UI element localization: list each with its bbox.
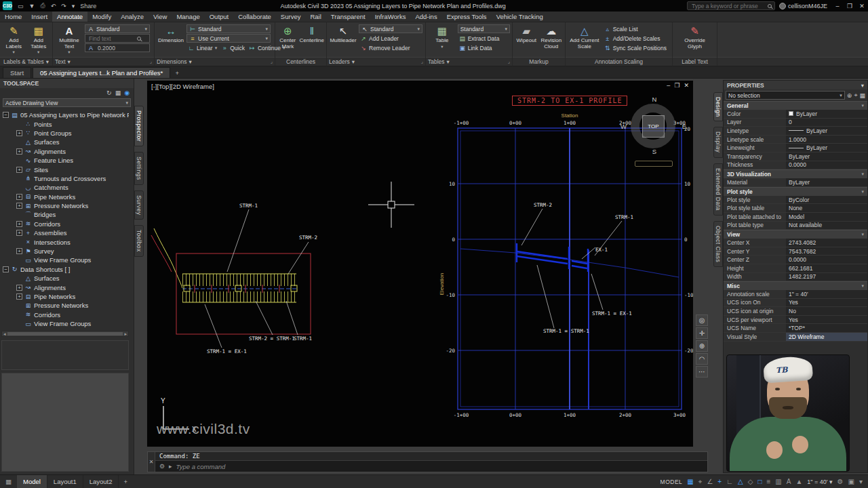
panel-label[interactable]: Leaders▾⌟ [327, 57, 425, 66]
tree-item-view-frame-groups[interactable]: ▭View Frame Groups [0, 256, 129, 264]
ribbon-tab-analyze[interactable]: Analyze [116, 12, 149, 22]
ribbon-tab-insert[interactable]: Insert [26, 12, 52, 22]
add-labels-button[interactable]: ✎ Add Labels▾ [2, 24, 26, 56]
add-delete-scales-button[interactable]: ±Add/Delete Scales [603, 34, 670, 43]
command-line-palette[interactable]: ✕ Command: ZE ⚙ ▸ Type a command [147, 451, 708, 472]
text-height-field[interactable]: A [85, 43, 150, 52]
property-row-plot-style-table[interactable]: Plot style tableNone [724, 204, 867, 213]
property-row-material[interactable]: MaterialByLayer [724, 178, 867, 187]
center-mark-button[interactable]: ⊕ Center Mark [277, 24, 298, 49]
properties-tab-display[interactable]: Display [713, 127, 723, 157]
expand-toggle-icon[interactable]: + [16, 148, 22, 155]
property-row-height[interactable]: Height662.1681 [724, 264, 867, 273]
add-current-scale-button[interactable]: △ Add Current Scale [568, 24, 601, 49]
scrollbar-thumb[interactable] [7, 332, 123, 336]
extract-data-button[interactable]: ▤Extract Data [458, 34, 510, 43]
expand-toggle-icon[interactable]: + [16, 167, 22, 173]
tree-item-view-frame-groups[interactable]: ▭View Frame Groups [0, 319, 129, 328]
property-row-width[interactable]: Width1482.2197 [724, 273, 867, 282]
file-tab-05-assigning[interactable]: 05 Assigning Layers t...k Plan and Profi… [33, 67, 170, 78]
tree-item-points[interactable]: ∴Points [0, 119, 129, 128]
tree-item-pressure-networks[interactable]: ⊞Pressure Networks [0, 301, 129, 310]
dim-style-dropdown[interactable]: ⊢Standard▾ [186, 24, 271, 33]
clean-screen-icon[interactable]: ▣ [848, 478, 854, 485]
drawing-viewport[interactable]: [-][Top][2D Wireframe] – ❐ ✕ STRM-2 TO E… [146, 80, 694, 447]
property-row-ucs-per-viewport[interactable]: UCS per viewportYes [724, 316, 867, 325]
new-file-icon[interactable]: ▭ [15, 3, 26, 9]
multileader-button[interactable]: ↖ Multileader [329, 24, 357, 44]
ribbon-tab-survey[interactable]: Survey [276, 12, 306, 22]
viewcube-menu[interactable] [635, 161, 673, 167]
infer-icon[interactable]: ∠ [707, 478, 713, 486]
property-row-ucs-icon-on[interactable]: UCS icon OnYes [724, 299, 867, 308]
navbar-more-icon[interactable]: ⋯ [696, 366, 708, 378]
properties-tab-object-class[interactable]: Object Class [713, 221, 723, 267]
property-row-lineweight[interactable]: LineweightByLayer [724, 144, 867, 152]
quick-access-caret-icon[interactable]: ▾ [69, 3, 78, 9]
isodraft-icon[interactable]: ◇ [748, 478, 753, 486]
undo-icon[interactable]: ↶ [48, 3, 59, 9]
viewcube-west[interactable]: W [620, 123, 627, 130]
ortho-icon[interactable]: ∟ [726, 478, 733, 486]
search-icon[interactable] [768, 4, 772, 8]
override-glyph-button[interactable]: ✎ Override Glyph [677, 24, 713, 49]
wipeout-button[interactable]: ▰ Wipeout [515, 24, 538, 44]
dialog-launcher-icon[interactable]: ⌟ [271, 59, 273, 64]
layout-tab-layout2[interactable]: Layout2 [83, 475, 119, 488]
property-row-ucs-icon-at-origin[interactable]: UCS icon at originNo [724, 307, 867, 316]
gear-icon[interactable]: ⚙ [837, 478, 844, 485]
viewport-controls[interactable]: [-][Top][2D Wireframe] [151, 83, 214, 90]
tree-item-survey[interactable]: +⚑Survey [0, 247, 129, 256]
section-header-general[interactable]: General▾ [724, 101, 867, 110]
text-style-dropdown[interactable]: AStandard▾ [85, 24, 150, 33]
find-text-input[interactable] [87, 35, 135, 43]
grid-icon[interactable]: ▦ [687, 478, 693, 486]
panorama-icon[interactable]: ▦ [115, 89, 121, 96]
expand-toggle-icon[interactable]: + [16, 248, 22, 254]
ribbon-tab-vehicle-tracking[interactable]: Vehicle Tracking [492, 12, 548, 22]
sync-scale-positions-button[interactable]: ⇅Sync Scale Positions [603, 43, 670, 52]
tree-item-intersections[interactable]: ×Intersections [0, 237, 129, 246]
ribbon-tab-transparent[interactable]: Transparent [326, 12, 370, 22]
property-row-plot-style[interactable]: Plot styleByColor [724, 196, 867, 205]
tree-item-pipe-networks[interactable]: +⊟Pipe Networks [0, 292, 129, 301]
help-icon[interactable]: ◉ [124, 89, 130, 96]
command-input[interactable]: ⚙ ▸ Type a command [155, 461, 707, 472]
pan-icon[interactable]: ✛ [696, 327, 708, 339]
viewport-restore-icon[interactable]: ❐ [674, 82, 679, 89]
ribbon-tab-view[interactable]: View [149, 12, 172, 22]
dialog-launcher-icon[interactable]: ⌟ [421, 59, 423, 64]
expand-toggle-icon[interactable]: + [16, 285, 22, 291]
tree-item-corridors[interactable]: +≋Corridors [0, 220, 129, 228]
auto-scale-icon[interactable]: ▲ [795, 478, 802, 486]
app-logo-icon[interactable]: C3D [3, 1, 12, 10]
ribbon-tab-add-ins[interactable]: Add-ins [410, 12, 441, 22]
tree-item-feature-lines[interactable]: ∿Feature Lines [0, 156, 129, 165]
tree-item-surfaces[interactable]: △Surfaces [0, 138, 129, 146]
save-icon[interactable]: ▼ [26, 3, 38, 9]
text-height-input[interactable] [96, 44, 144, 52]
ribbon-tab-collaborate[interactable]: Collaborate [233, 12, 276, 22]
toolspace-tab-prospector[interactable]: Prospector [134, 106, 144, 146]
annotation-visibility-icon[interactable]: A [787, 478, 791, 486]
ribbon-tab-rail[interactable]: Rail [305, 12, 326, 22]
property-row-linetype[interactable]: LinetypeByLayer [724, 127, 867, 136]
ribbon-tab-annotate[interactable]: Annotate [52, 12, 87, 22]
annotation-scale-button[interactable]: 1" = 40' ▾ [807, 479, 832, 485]
property-row-linetype-scale[interactable]: Linetype scale1.0000 [724, 136, 867, 144]
tree-item-turnouts-and-crossovers[interactable]: ⋔Turnouts and Crossovers [0, 174, 129, 183]
properties-tab-extended-data[interactable]: Extended Data [713, 163, 723, 216]
share-button[interactable]: Share [77, 3, 99, 9]
property-row-thickness[interactable]: Thickness0.0000 [724, 161, 867, 170]
scroll-left-icon[interactable]: ◂ [3, 331, 6, 337]
multiline-text-button[interactable]: A Multiline Text▾ [55, 24, 83, 56]
select-objects-icon[interactable]: ⌖ [854, 92, 857, 99]
new-drawing-tab-button[interactable]: + [172, 67, 182, 78]
tree-item-corridors[interactable]: ≋Corridors [0, 310, 129, 319]
property-row-color[interactable]: ColorByLayer [724, 110, 867, 119]
dim-layer-dropdown[interactable]: ≡Use Current▾ [186, 34, 271, 43]
drawing-canvas[interactable]: STRM-1 STRM-2 STRM-2 = STRM-1 STRM-1 STR… [147, 81, 694, 447]
lineweight-icon[interactable]: ≡ [766, 478, 770, 486]
ribbon-tab-infraworks[interactable]: InfraWorks [370, 12, 411, 22]
viewport-minimize-icon[interactable]: – [667, 82, 670, 89]
